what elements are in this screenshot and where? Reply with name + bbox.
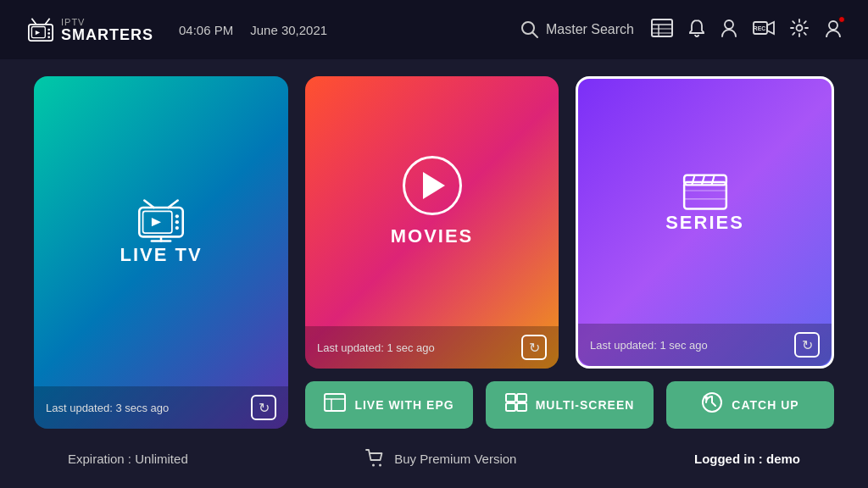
premium-label: Buy Premium Version bbox=[394, 452, 516, 466]
svg-rect-44 bbox=[517, 403, 526, 411]
profile-icon[interactable] bbox=[824, 19, 843, 42]
play-triangle bbox=[423, 172, 445, 199]
series-label: SERIES bbox=[665, 212, 744, 234]
top-right-cards: MOVIES Last updated: 1 sec ago ↻ bbox=[305, 76, 834, 369]
search-label: Master Search bbox=[546, 22, 634, 37]
cart-icon bbox=[365, 449, 386, 468]
bottom-buttons: LIVE WITH EPG MULTI-SCREEN bbox=[305, 381, 834, 429]
live-with-epg-button[interactable]: LIVE WITH EPG bbox=[305, 381, 473, 429]
live-tv-card[interactable]: LIVE TV Last updated: 3 secs ago ↻ bbox=[34, 76, 288, 429]
svg-point-20 bbox=[829, 21, 837, 30]
movies-refresh-button[interactable]: ↻ bbox=[521, 335, 547, 360]
svg-point-27 bbox=[175, 220, 179, 224]
movies-play-icon bbox=[403, 156, 462, 215]
live-epg-label: LIVE WITH EPG bbox=[354, 398, 453, 412]
logo-text: IPTV SMARTERS bbox=[61, 18, 153, 42]
catch-up-button[interactable]: CATCH UP bbox=[666, 381, 834, 429]
multi-screen-button[interactable]: MULTI-SCREEN bbox=[486, 381, 654, 429]
series-footer: Last updated: 1 sec ago ↻ bbox=[578, 324, 832, 366]
logo-smarters-text: SMARTERS bbox=[61, 27, 153, 42]
svg-line-1 bbox=[45, 19, 49, 25]
premium-button[interactable]: Buy Premium Version bbox=[365, 449, 516, 468]
expiration-text: Expiration : Unlimited bbox=[68, 452, 188, 466]
svg-point-48 bbox=[379, 464, 381, 467]
header-icons: REC bbox=[651, 19, 843, 42]
footer: Expiration : Unlimited Buy Premium Versi… bbox=[34, 441, 834, 475]
svg-line-33 bbox=[692, 175, 694, 185]
live-tv-refresh-button[interactable]: ↻ bbox=[251, 395, 276, 420]
svg-point-19 bbox=[797, 25, 803, 30]
svg-marker-4 bbox=[36, 30, 40, 35]
svg-rect-42 bbox=[517, 394, 526, 402]
svg-text:REC: REC bbox=[754, 25, 766, 31]
logo-tv-icon bbox=[25, 17, 56, 42]
svg-rect-32 bbox=[684, 175, 726, 185]
movies-footer: Last updated: 1 sec ago ↻ bbox=[305, 326, 559, 369]
multi-screen-label: MULTI-SCREEN bbox=[536, 398, 635, 412]
svg-rect-41 bbox=[506, 394, 515, 402]
live-tv-label: LIVE TV bbox=[120, 244, 202, 266]
svg-line-21 bbox=[144, 200, 153, 208]
live-tv-footer: Last updated: 3 secs ago ↻ bbox=[34, 386, 288, 429]
svg-line-34 bbox=[701, 175, 704, 185]
logged-in-text: Logged in : demo bbox=[694, 452, 800, 466]
svg-line-35 bbox=[711, 175, 714, 185]
svg-point-5 bbox=[47, 29, 50, 31]
svg-point-47 bbox=[372, 464, 375, 467]
live-tv-update-text: Last updated: 3 secs ago bbox=[46, 402, 169, 414]
catch-up-icon bbox=[701, 391, 723, 419]
svg-point-26 bbox=[175, 214, 179, 218]
cards-row: LIVE TV Last updated: 3 secs ago ↻ MOVIE… bbox=[34, 76, 834, 429]
logo: IPTV SMARTERS bbox=[25, 17, 153, 42]
catch-up-label: CATCH UP bbox=[732, 398, 798, 412]
svg-rect-10 bbox=[652, 19, 672, 36]
series-update-text: Last updated: 1 sec ago bbox=[590, 339, 708, 352]
logo-iptv-text: IPTV bbox=[61, 18, 153, 27]
search-icon bbox=[520, 20, 539, 39]
live-tv-icon bbox=[136, 197, 186, 244]
header-time: 04:06 PM bbox=[179, 23, 233, 37]
settings-icon[interactable] bbox=[790, 19, 809, 42]
svg-point-7 bbox=[47, 36, 50, 39]
svg-point-6 bbox=[47, 32, 50, 35]
series-refresh-button[interactable]: ↻ bbox=[794, 332, 820, 358]
username: demo bbox=[766, 452, 800, 466]
header-date: June 30,2021 bbox=[250, 23, 327, 37]
svg-point-15 bbox=[725, 20, 733, 29]
svg-rect-38 bbox=[325, 394, 345, 411]
svg-line-0 bbox=[31, 19, 36, 25]
series-card[interactable]: SERIES Last updated: 1 sec ago ↻ bbox=[576, 76, 834, 369]
movies-card[interactable]: MOVIES Last updated: 1 sec ago ↻ bbox=[305, 76, 559, 369]
movies-label: MOVIES bbox=[391, 225, 474, 247]
svg-rect-31 bbox=[684, 182, 726, 208]
svg-point-28 bbox=[175, 225, 179, 229]
svg-line-9 bbox=[532, 33, 537, 38]
movies-update-text: Last updated: 1 sec ago bbox=[317, 341, 435, 354]
main-content: LIVE TV Last updated: 3 secs ago ↻ MOVIE… bbox=[0, 59, 868, 488]
right-cards: MOVIES Last updated: 1 sec ago ↻ bbox=[305, 76, 834, 429]
guide-icon[interactable] bbox=[651, 19, 673, 42]
svg-rect-43 bbox=[506, 403, 515, 411]
record-icon[interactable]: REC bbox=[753, 19, 775, 41]
multi-screen-icon bbox=[505, 393, 527, 417]
svg-marker-25 bbox=[152, 218, 161, 226]
svg-marker-17 bbox=[767, 22, 774, 34]
epg-icon bbox=[324, 393, 346, 417]
svg-line-22 bbox=[169, 200, 178, 208]
series-clapper-icon bbox=[681, 169, 730, 212]
user-icon[interactable] bbox=[721, 19, 737, 42]
notification-icon[interactable] bbox=[688, 19, 705, 42]
header: IPTV SMARTERS 04:06 PM June 30,2021 Mast… bbox=[0, 0, 868, 59]
search-bar[interactable]: Master Search bbox=[520, 20, 634, 39]
